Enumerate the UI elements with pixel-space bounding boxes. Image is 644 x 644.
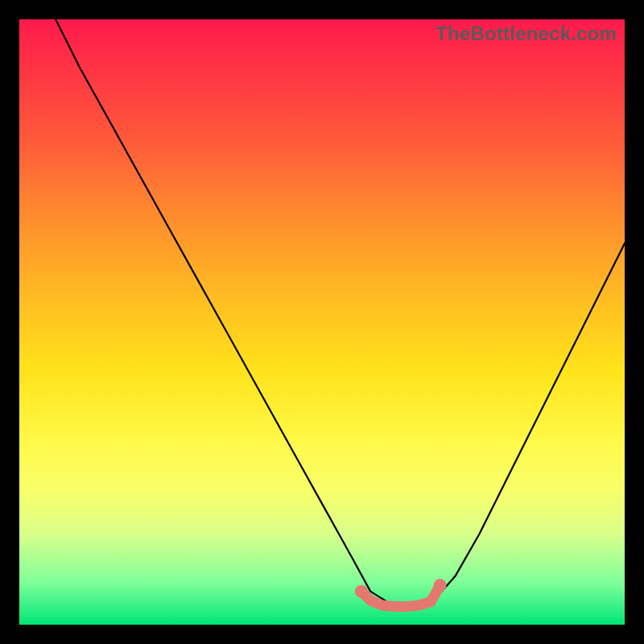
chart-area: TheBottleneck.com	[19, 19, 625, 625]
series-bottleneck-curve	[56, 19, 625, 606]
marker-right-endpoint	[434, 579, 447, 592]
series-optimal-flat-region	[361, 585, 440, 606]
plot-svg	[19, 19, 625, 625]
marker-left-endpoint	[355, 585, 368, 598]
